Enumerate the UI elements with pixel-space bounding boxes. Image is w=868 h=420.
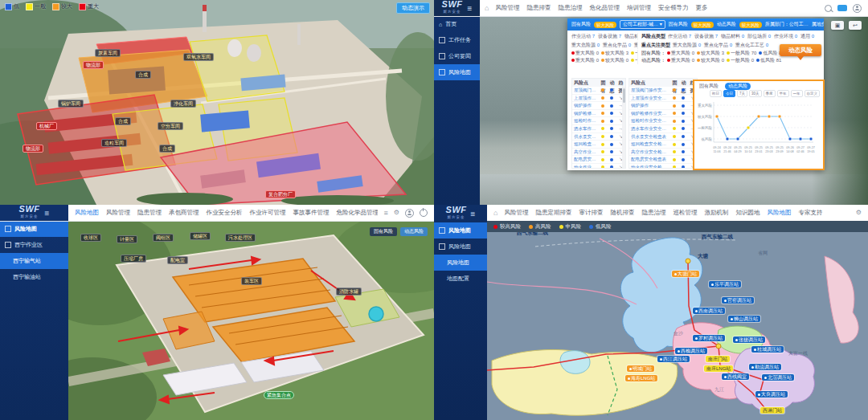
station-zone-label[interactable]: 紧急集合点 xyxy=(264,391,294,399)
tr-sidebar-item[interactable]: 工作任务 xyxy=(434,32,480,48)
factory-zone-label[interactable]: 合成 xyxy=(135,71,151,79)
range-button[interactable]: 昨日 xyxy=(710,90,722,97)
bl-sidebar-item[interactable]: 西宁作业区 xyxy=(0,237,68,253)
br-sidebar-item[interactable]: 风险地图 xyxy=(434,255,487,271)
table-row[interactable]: 巡回检查安全检查表↘ xyxy=(629,141,697,149)
br-sidebar-item[interactable]: 地图配置 xyxy=(434,271,487,287)
bl-sidebar-item[interactable]: 西宁输气站 xyxy=(0,253,68,269)
gear-icon[interactable]: ⚙ xyxy=(856,210,868,216)
table-row[interactable]: 高空作业安全检查表↘ xyxy=(629,149,697,157)
map-mode-button[interactable]: 动态风险 xyxy=(400,227,428,236)
home-icon[interactable]: ⌂ xyxy=(487,209,497,217)
filter-item[interactable]: 作业活动 7 xyxy=(668,34,691,39)
station-zone-label[interactable]: 计量区 xyxy=(117,235,137,243)
pipeline-station-label[interactable]: 明城门站 xyxy=(627,365,654,372)
br-sidebar-item[interactable]: 风险地图 xyxy=(434,222,487,239)
pipeline-station-label[interactable]: 西南调压站 xyxy=(693,308,725,314)
factory-zone-label[interactable]: 机械厂 xyxy=(36,122,57,130)
table-row[interactable]: 供水泵安全检查表↘ xyxy=(629,133,697,141)
bl-nav-item[interactable]: 作业许可管理 xyxy=(250,209,286,217)
table-row[interactable]: 配电房安全检查表↘ xyxy=(629,156,697,164)
tr-nav-item[interactable]: 安全领导力 xyxy=(658,4,689,12)
table-row[interactable]: 巡检时作业安全检查表↘ xyxy=(629,117,697,125)
pipeline-station-label[interactable]: 省网 xyxy=(755,250,770,256)
bl-nav-item[interactable]: 风险地图 xyxy=(75,209,99,217)
pipeline-station-label[interactable]: 西气东输二线 xyxy=(699,234,735,240)
pipeline-station-label[interactable]: 金沙 xyxy=(671,330,686,336)
dynamic-demo-button[interactable]: 动态演示 xyxy=(396,2,430,14)
search-icon[interactable] xyxy=(825,5,832,12)
pipeline-station-label[interactable]: 南庄LNG站 xyxy=(704,365,733,372)
station-zone-label[interactable]: 压缩厂房 xyxy=(121,255,146,263)
table-row[interactable]: 上屋顶作业安全检查表↘ xyxy=(572,95,625,103)
power-icon[interactable] xyxy=(420,209,428,217)
tr-sidebar-item[interactable]: 公司要闻 xyxy=(434,48,480,64)
bl-nav-item[interactable]: 危险化学品管理 xyxy=(337,209,378,217)
station-zone-label[interactable]: 配电室 xyxy=(167,256,188,264)
table-row[interactable]: 屋顶阀门操作安全检查表↘ xyxy=(629,87,697,95)
back-button[interactable]: ↩ xyxy=(849,21,862,30)
br-nav-item[interactable]: 风险管理 xyxy=(504,209,528,217)
bl-nav-item[interactable]: 作业安全分析 xyxy=(207,209,243,217)
pipeline-station-label[interactable]: 桂城调压站 xyxy=(751,346,784,353)
pipeline-station-label[interactable]: 西江调压站 xyxy=(657,356,690,362)
pipeline-station-label[interactable]: 乐平调压站 xyxy=(709,281,741,287)
user-avatar-icon[interactable] xyxy=(405,209,414,218)
filter-item[interactable]: 通用 0 xyxy=(800,34,814,39)
scrollbar-thumb[interactable] xyxy=(623,88,625,103)
language-switch-icon[interactable] xyxy=(837,5,847,11)
filter-item[interactable]: 设备设施 7 xyxy=(694,34,718,39)
br-nav-item[interactable]: 专家支持 xyxy=(798,209,822,217)
tr-sidebar-item[interactable]: 风险地图 xyxy=(434,64,480,80)
menu-toggle-icon[interactable]: ≡ xyxy=(471,210,476,218)
pipeline-station-label[interactable]: 狮山调压站 xyxy=(728,316,760,322)
factory-zone-label[interactable]: 双氧水车间 xyxy=(183,53,214,61)
pipeline-station-label[interactable]: 九江 xyxy=(712,386,727,393)
range-button[interactable]: 30天 xyxy=(749,90,762,97)
menu-toggle-icon[interactable]: ≡ xyxy=(468,4,473,13)
range-button[interactable]: 一年 xyxy=(791,90,803,97)
factory-zone-label[interactable]: 空分车间 xyxy=(158,122,183,130)
pipeline-station-label[interactable]: 北滘调压站 xyxy=(762,374,794,381)
table-row[interactable]: 配电房安全检查表↘ xyxy=(572,156,625,164)
range-button[interactable]: 7天 xyxy=(737,90,747,97)
table-row[interactable]: 巡检时作业安全检查表↘ xyxy=(572,117,625,125)
br-nav-item[interactable]: 审计排查 xyxy=(579,209,603,217)
filter-item[interactable]: 作业活动 7 xyxy=(571,34,595,39)
tr-nav-item[interactable]: 隐患治理 xyxy=(558,4,582,12)
range-button[interactable]: 半年 xyxy=(777,90,789,97)
br-nav-item[interactable]: 风险地图 xyxy=(767,209,791,217)
table-scrollbar[interactable] xyxy=(622,87,625,168)
filter-item[interactable]: 重点化学品 0 xyxy=(704,43,732,47)
filter-item[interactable]: 物品材料 0 xyxy=(624,34,638,39)
br-nav-item[interactable]: 隐患定期排查 xyxy=(535,209,571,217)
map-mode-button[interactable]: 固有风险 xyxy=(370,227,397,236)
table-row[interactable]: 锅炉操作→ xyxy=(629,102,697,110)
br-nav-item[interactable]: 知识园地 xyxy=(735,209,760,217)
table-row[interactable]: 动火作业安全检查表↘ xyxy=(629,164,697,169)
chart-tab[interactable]: 动态风险 xyxy=(725,83,751,90)
pipeline-station-label[interactable]: 大富一线 xyxy=(786,350,810,357)
table-row[interactable]: 巡回检查安全检查表↘ xyxy=(572,141,625,149)
factory-zone-label[interactable]: 净化车间 xyxy=(170,100,196,108)
user-avatar-icon[interactable] xyxy=(853,4,862,13)
br-nav-item[interactable]: 巡检管理 xyxy=(673,209,697,217)
gear-icon[interactable]: ⚙ xyxy=(394,210,399,216)
br-nav-item[interactable]: 随机排查 xyxy=(610,209,634,217)
filter-item[interactable]: 设备设施 7 xyxy=(598,34,621,39)
pipeline-station-label[interactable]: 西樵调压站 xyxy=(675,348,707,354)
table-row[interactable]: 上屋顶作业安全检查表↘ xyxy=(629,95,697,103)
pipeline-station-label[interactable]: 西线阀室 xyxy=(722,373,749,380)
tr-nav-item[interactable]: 培训管理 xyxy=(627,4,651,12)
factory-zone-label[interactable]: 物流部 xyxy=(83,61,104,69)
filter-item[interactable]: 作业环境 0 xyxy=(774,34,797,39)
camera-button[interactable]: ▣ xyxy=(831,21,844,30)
bl-nav-item[interactable]: 事故事件管理 xyxy=(293,209,330,217)
home-icon[interactable]: ⌂ xyxy=(480,4,489,12)
table-row[interactable]: 锅炉检修作业安全检查表↘ xyxy=(572,110,625,118)
bl-sidebar-item[interactable]: 风险地图 xyxy=(0,221,68,237)
station-zone-label[interactable]: 消防水罐 xyxy=(336,287,362,296)
filter-item[interactable]: 重点化工工艺 0 xyxy=(735,43,768,47)
filter-item[interactable]: 重大危险源 0 xyxy=(571,43,600,47)
tr-nav-item[interactable]: 隐患排查 xyxy=(526,4,551,12)
